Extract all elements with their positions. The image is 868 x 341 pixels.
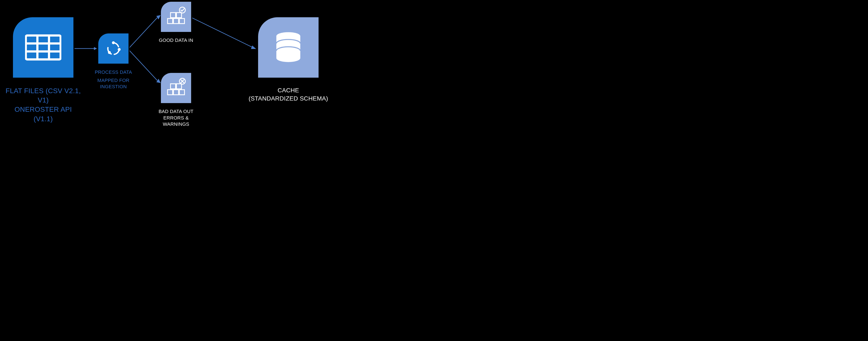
svg-rect-14 [167, 19, 173, 24]
svg-rect-22 [180, 90, 185, 95]
cache-node [258, 17, 318, 78]
cycle-icon [104, 39, 122, 58]
process-caption: PROCESS DATA MAPPED FOR INGESTION [93, 69, 134, 90]
svg-point-9 [108, 51, 111, 54]
arrow-source-to-process [74, 46, 97, 51]
svg-rect-0 [26, 36, 60, 60]
cache-caption: CACHE (STANDARDIZED SCHEMA) [242, 86, 335, 103]
source-caption-line2: ONEROSTER API (V1.1) [4, 105, 82, 123]
table-icon [25, 29, 61, 66]
process-node [98, 33, 128, 64]
svg-rect-23 [170, 84, 176, 89]
boxes-check-icon [165, 6, 187, 27]
svg-rect-20 [167, 90, 173, 95]
svg-rect-18 [177, 12, 182, 18]
svg-line-12 [130, 51, 157, 80]
svg-marker-13 [156, 79, 161, 83]
source-caption: FLAT FILES (CSV V2.1, V1) ONEROSTER API … [4, 86, 82, 124]
boxes-x-icon [165, 77, 187, 99]
diagram-canvas: FLAT FILES (CSV V2.1, V1) ONEROSTER API … [0, 0, 339, 133]
arrow-good-to-cache [192, 16, 257, 51]
process-caption-line2: MAPPED FOR [93, 77, 134, 84]
bad-data-caption-line1: BAD DATA OUT [151, 108, 201, 115]
svg-marker-11 [156, 15, 161, 20]
svg-marker-6 [94, 47, 97, 50]
svg-point-7 [112, 41, 115, 44]
arrow-process-to-good [130, 15, 162, 51]
process-caption-line3: INGESTION [93, 83, 134, 90]
bad-data-node [161, 73, 191, 103]
svg-marker-29 [251, 45, 256, 49]
database-icon [272, 31, 305, 64]
bad-data-caption: BAD DATA OUT ERRORS & WARNINGS [151, 108, 201, 128]
good-data-label: GOOD DATA IN [159, 37, 193, 43]
source-node [13, 17, 73, 78]
svg-rect-16 [180, 19, 185, 24]
svg-rect-17 [170, 12, 176, 18]
svg-rect-24 [177, 84, 182, 89]
svg-rect-21 [174, 90, 179, 95]
source-caption-line1: FLAT FILES (CSV V2.1, V1) [4, 86, 82, 105]
svg-line-28 [192, 18, 253, 47]
cache-caption-line1: CACHE [242, 86, 335, 95]
svg-rect-15 [174, 19, 179, 24]
process-caption-line1: PROCESS DATA [93, 69, 134, 75]
arrow-process-to-bad [130, 48, 162, 84]
svg-point-8 [118, 48, 121, 51]
cache-caption-line2: (STANDARDIZED SCHEMA) [242, 95, 335, 103]
bad-data-caption-line2: ERRORS & WARNINGS [151, 115, 201, 128]
good-data-node [161, 2, 191, 32]
